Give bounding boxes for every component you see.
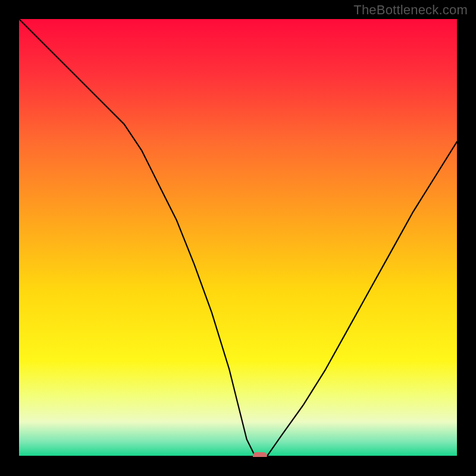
watermark-text: TheBottleneck.com xyxy=(353,2,468,18)
plot-area xyxy=(19,19,457,457)
chart-frame: TheBottleneck.com xyxy=(0,0,476,476)
optimal-point-marker xyxy=(253,452,267,457)
bottleneck-chart xyxy=(19,19,457,457)
